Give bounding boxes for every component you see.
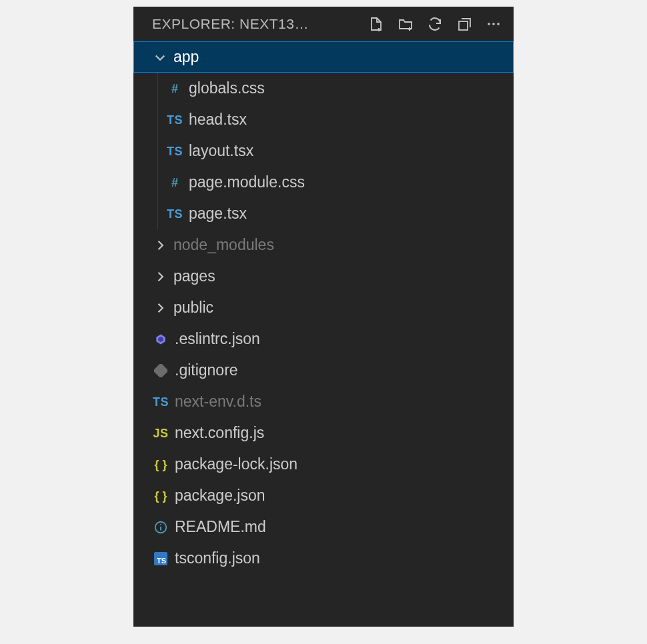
new-folder-icon[interactable]	[398, 16, 414, 32]
explorer-title: EXPLORER: NEXT13…	[152, 16, 362, 32]
file-label: layout.tsx	[186, 143, 253, 159]
file-label: package.json	[172, 488, 265, 503]
collapse-all-icon[interactable]	[456, 16, 472, 32]
json-icon: { }	[149, 459, 172, 471]
svg-rect-6	[154, 364, 167, 377]
file-label: .gitignore	[172, 363, 238, 378]
git-icon	[149, 364, 172, 377]
folder-label: public	[171, 300, 213, 315]
file-label: head.tsx	[186, 112, 247, 127]
file-package-lock-json[interactable]: { } package-lock.json	[133, 449, 514, 480]
chevron-right-icon	[149, 301, 171, 315]
file-label: tsconfig.json	[172, 551, 260, 566]
tree-indent-guide: # globals.css TS head.tsx TS layout.tsx …	[157, 73, 514, 229]
file-layout-tsx[interactable]: TS layout.tsx	[158, 135, 514, 167]
more-icon[interactable]	[486, 16, 502, 32]
folder-app[interactable]: app	[133, 41, 514, 73]
file-gitignore[interactable]: .gitignore	[133, 355, 514, 386]
ts-icon: TS	[163, 145, 186, 157]
css-icon: #	[163, 83, 186, 95]
info-icon	[149, 520, 172, 535]
svg-point-3	[497, 23, 500, 25]
svg-point-2	[492, 23, 495, 25]
folder-label: app	[171, 49, 199, 65]
ts-icon: TS	[163, 114, 186, 126]
file-readme-md[interactable]: README.md	[133, 511, 514, 543]
folder-label: pages	[171, 269, 215, 284]
file-page-tsx[interactable]: TS page.tsx	[158, 198, 514, 229]
file-page-module-css[interactable]: # page.module.css	[158, 167, 514, 198]
file-head-tsx[interactable]: TS head.tsx	[158, 104, 514, 135]
explorer-actions	[368, 16, 502, 32]
eslint-icon	[149, 333, 172, 346]
new-file-icon[interactable]	[368, 16, 384, 32]
ts-icon: TS	[149, 396, 172, 408]
tsconfig-icon: TS	[149, 552, 172, 565]
file-label: package-lock.json	[172, 457, 297, 472]
file-next-env-dts[interactable]: TS next-env.d.ts	[133, 386, 514, 417]
chevron-right-icon	[149, 270, 171, 283]
chevron-down-icon	[149, 51, 171, 64]
file-label: README.md	[172, 519, 266, 535]
file-label: .eslintrc.json	[172, 331, 260, 347]
js-icon: JS	[149, 427, 172, 439]
css-icon: #	[163, 177, 186, 189]
refresh-icon[interactable]	[427, 16, 443, 32]
file-next-config-js[interactable]: JS next.config.js	[133, 417, 514, 449]
svg-rect-0	[459, 21, 468, 30]
file-label: globals.css	[186, 81, 265, 96]
folder-label: node_modules	[171, 237, 274, 253]
explorer-panel: EXPLORER: NEXT13…	[133, 7, 514, 627]
json-icon: { }	[149, 490, 172, 502]
file-package-json[interactable]: { } package.json	[133, 480, 514, 511]
folder-pages[interactable]: pages	[133, 261, 514, 292]
folder-node-modules[interactable]: node_modules	[133, 229, 514, 261]
file-label: page.tsx	[186, 206, 247, 221]
explorer-header: EXPLORER: NEXT13…	[133, 7, 514, 41]
ts-icon: TS	[163, 208, 186, 220]
file-globals-css[interactable]: # globals.css	[158, 73, 514, 104]
svg-point-1	[488, 23, 490, 25]
file-label: next.config.js	[172, 425, 264, 441]
chevron-right-icon	[149, 239, 171, 252]
file-tsconfig-json[interactable]: TS tsconfig.json	[133, 543, 514, 574]
file-label: next-env.d.ts	[172, 394, 261, 409]
file-label: page.module.css	[186, 175, 305, 190]
svg-point-9	[160, 523, 161, 525]
file-eslintrc-json[interactable]: .eslintrc.json	[133, 323, 514, 355]
folder-public[interactable]: public	[133, 292, 514, 323]
file-tree: app # globals.css TS head.tsx TS layout.…	[133, 41, 514, 627]
